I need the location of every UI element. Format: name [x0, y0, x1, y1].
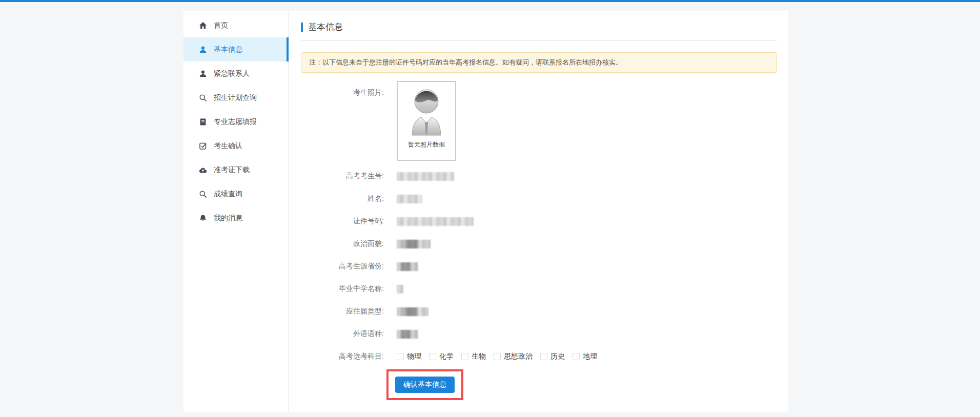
subject-checkbox[interactable]: [573, 353, 580, 360]
main-content: 基本信息 注：以下信息来自于您注册的证件号码对应的当年高考报名信息。如有疑问，请…: [289, 11, 788, 412]
redacted-value: [397, 262, 418, 271]
sidebar-item-label: 紧急联系人: [214, 69, 250, 78]
photo-label: 考生照片:: [301, 81, 384, 161]
book-icon: [199, 118, 207, 126]
sidebar-item[interactable]: 招生计划查询: [183, 86, 288, 110]
sidebar-item[interactable]: 我的消息: [183, 206, 288, 230]
photo-placeholder-text: 暂无照片数据: [408, 140, 445, 149]
field-row: 毕业中学名称:: [301, 284, 777, 294]
subject-checkbox[interactable]: [494, 353, 501, 360]
subject-option: 地理: [573, 352, 597, 361]
sidebar-nav: 首页 基本信息 紧急联系人 招生计划查询 专业志愿填报 考生确认 准考证下载 成…: [183, 11, 289, 412]
basic-info-form: 考生照片:: [301, 81, 777, 400]
subjects-row: 高考选考科目: 物理 化学 生物 思想政治 历史 地理: [301, 351, 777, 362]
redacted-value: [397, 285, 403, 294]
sidebar-item-label: 我的消息: [214, 214, 242, 223]
field-label: 高考考生号:: [301, 172, 384, 181]
subject-label: 思想政治: [504, 352, 533, 361]
sidebar-item[interactable]: 成绩查询: [183, 182, 288, 206]
field-row: 高考生源省份:: [301, 261, 777, 272]
subject-option: 化学: [429, 352, 454, 361]
sidebar-item[interactable]: 首页: [183, 13, 288, 37]
field-row: 应往届类型:: [301, 306, 777, 317]
bell-icon: [199, 214, 207, 222]
sidebar-item-label: 专业志愿填报: [214, 117, 257, 127]
search-icon: [199, 94, 207, 102]
subject-checkbox[interactable]: [461, 353, 468, 360]
subject-label: 化学: [439, 352, 454, 361]
sidebar-item-label: 考生确认: [214, 141, 242, 151]
check-square-icon: [199, 142, 207, 150]
subject-option: 物理: [397, 352, 421, 361]
top-accent-bar: [0, 0, 980, 2]
field-label: 证件号码:: [301, 217, 384, 226]
redacted-value: [397, 307, 428, 316]
red-highlight-box: 确认基本信息: [386, 369, 463, 400]
notice-alert: 注：以下信息来自于您注册的证件号码对应的当年高考报名信息。如有疑问，请联系报名所…: [301, 52, 777, 73]
redacted-value: [397, 240, 431, 248]
field-label: 政治面貌:: [301, 239, 384, 248]
redacted-value: [397, 217, 474, 226]
fields-section: 高考考生号: 姓名: 证件号码: 政治面貌: 高考生源省份: 毕业中学名称: 应…: [301, 171, 777, 339]
field-label: 应往届类型:: [301, 307, 384, 316]
page-title: 基本信息: [308, 21, 343, 33]
sidebar-item-label: 招生计划查询: [214, 93, 257, 102]
sidebar-item[interactable]: 专业志愿填报: [183, 110, 288, 134]
subject-label: 地理: [583, 352, 597, 361]
user-icon: [199, 46, 207, 54]
confirm-button-area: 确认基本信息: [386, 369, 777, 400]
field-label: 高考生源省份:: [301, 262, 384, 271]
cloud-download-icon: [199, 166, 207, 174]
field-row: 外语语种:: [301, 329, 777, 339]
subject-checkbox[interactable]: [429, 353, 436, 360]
user-icon: [199, 70, 207, 78]
subject-option: 思想政治: [494, 352, 533, 361]
subject-checkbox[interactable]: [397, 353, 404, 360]
field-row: 证件号码:: [301, 216, 777, 226]
subject-label: 生物: [472, 352, 486, 361]
candidate-photo-box: 暂无照片数据: [397, 81, 456, 161]
subject-option: 生物: [461, 352, 486, 361]
subjects-label: 高考选考科目:: [301, 352, 384, 361]
field-row: 姓名:: [301, 194, 777, 204]
subject-checkbox[interactable]: [540, 353, 547, 360]
page: { "colors":{ "accent":"#1886d9", "accent…: [0, 0, 980, 417]
redacted-value: [397, 172, 454, 181]
search-icon: [199, 190, 207, 198]
field-label: 姓名:: [301, 194, 384, 203]
redacted-value: [397, 330, 418, 339]
sidebar-item-label: 准考证下载: [214, 165, 250, 175]
subject-option: 历史: [540, 352, 565, 361]
sidebar-item[interactable]: 基本信息: [183, 37, 288, 61]
page-header: 基本信息: [301, 11, 777, 41]
avatar-placeholder-icon: [406, 88, 447, 136]
field-label: 毕业中学名称:: [301, 284, 384, 294]
redacted-value: [397, 195, 422, 203]
confirm-basic-info-button[interactable]: 确认基本信息: [395, 377, 455, 393]
field-label: 外语语种:: [301, 329, 384, 339]
sidebar-item-label: 首页: [214, 21, 228, 30]
sidebar-item[interactable]: 紧急联系人: [183, 61, 288, 86]
app-container: 首页 基本信息 紧急联系人 招生计划查询 专业志愿填报 考生确认 准考证下载 成…: [183, 11, 788, 412]
field-row: 高考考生号:: [301, 171, 777, 181]
sidebar-item-label: 基本信息: [214, 45, 242, 54]
sidebar-item[interactable]: 考生确认: [183, 134, 288, 158]
photo-row: 考生照片:: [301, 81, 777, 161]
sidebar-item-label: 成绩查询: [214, 190, 242, 199]
field-row: 政治面貌:: [301, 239, 777, 249]
subject-label: 物理: [407, 352, 421, 361]
subject-label: 历史: [550, 352, 565, 361]
home-icon: [199, 22, 207, 30]
sidebar-item[interactable]: 准考证下载: [183, 158, 288, 182]
title-accent-bar: [301, 23, 303, 32]
